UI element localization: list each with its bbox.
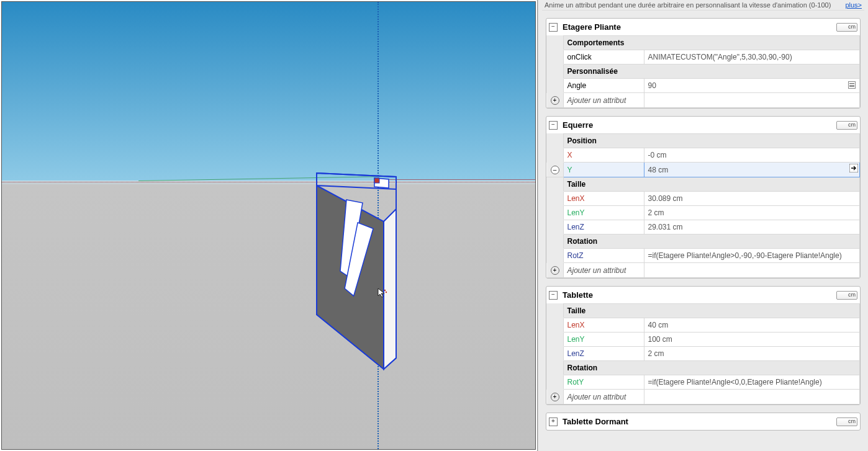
attr-row-leny[interactable]: LenY2 cm xyxy=(547,206,860,220)
section-title: Tablette Dormant xyxy=(563,417,836,426)
attr-row-rotz[interactable]: RotZ=if(Etagere Pliante!Angle>0,-90,-90-… xyxy=(547,249,860,263)
svg-marker-8 xyxy=(378,288,384,297)
attr-key: RotZ xyxy=(563,249,644,263)
section-header-equerre[interactable]: − Equerre cm xyxy=(546,117,860,133)
attr-value[interactable]: =if(Etagere Pliante!Angle>0,-90,-90-Etag… xyxy=(644,249,860,263)
add-attr-label[interactable]: Ajouter un attribut xyxy=(563,263,644,278)
attr-value[interactable]: 90 xyxy=(644,79,860,93)
group-rotation: Rotation xyxy=(563,361,860,375)
section-header-tablette[interactable]: − Tablette cm xyxy=(546,287,860,303)
svg-rect-5 xyxy=(374,178,379,183)
interact-cursor-icon xyxy=(377,287,388,298)
attr-row-lenz[interactable]: LenZ29.031 cm xyxy=(547,220,860,234)
svg-point-9 xyxy=(384,290,386,291)
group-taille: Taille xyxy=(563,304,860,318)
unit-badge[interactable]: cm xyxy=(836,121,857,130)
viewport-canvas[interactable] xyxy=(1,1,536,450)
attr-key: LenY xyxy=(563,206,644,220)
hint-bar: Anime un attribut pendant une durée arbi… xyxy=(542,0,864,11)
attr-key: LenZ xyxy=(563,220,644,234)
add-attr-label[interactable]: Ajouter un attribut xyxy=(563,390,644,404)
section-etagere: − Etagere Pliante cm Comportements onCli… xyxy=(546,18,861,109)
attr-row-angle[interactable]: Angle 90 xyxy=(547,79,860,93)
attr-key: LenX xyxy=(563,318,644,333)
attr-key: Angle xyxy=(563,79,644,93)
hint-text: Anime un attribut pendant une durée arbi… xyxy=(545,1,831,9)
group-personnalisee: Personnalisée xyxy=(563,65,860,79)
attr-value[interactable]: 30.089 cm xyxy=(644,192,860,206)
expand-toggle[interactable]: + xyxy=(549,418,558,426)
add-attr-icon[interactable]: + xyxy=(551,96,559,105)
group-comportements: Comportements xyxy=(563,36,860,50)
section-equerre: − Equerre cm Position X -0 cm – Y 48 cm xyxy=(546,116,861,279)
attr-key: Y xyxy=(563,163,644,177)
attr-row-y-selected[interactable]: – Y 48 cm xyxy=(547,163,860,177)
collapse-toggle[interactable]: − xyxy=(549,291,558,300)
model-etagere[interactable] xyxy=(315,172,402,368)
section-title: Etagere Pliante xyxy=(563,22,836,32)
section-tablette-dormant: + Tablette Dormant cm xyxy=(546,413,861,431)
section-header-tablette-dormant[interactable]: + Tablette Dormant cm xyxy=(546,413,860,430)
attributes-panel[interactable]: Anime un attribut pendant une durée arbi… xyxy=(538,0,868,451)
collapse-toggle[interactable]: − xyxy=(549,121,558,130)
attr-table-tablette: Taille LenX40 cm LenY100 cm LenZ2 cm Rot… xyxy=(546,303,860,404)
section-title: Equerre xyxy=(563,120,836,130)
add-attribute-row[interactable]: + Ajouter un attribut xyxy=(547,263,860,278)
group-taille: Taille xyxy=(563,177,860,192)
viewport-3d[interactable] xyxy=(0,0,538,451)
attr-key: onClick xyxy=(563,50,644,65)
collapse-toggle[interactable]: − xyxy=(549,23,558,32)
attr-value[interactable]: 48 cm xyxy=(644,163,860,177)
svg-point-10 xyxy=(386,292,387,293)
attr-value[interactable]: =if(Etagere Pliante!Angle<0,0,Etagere Pl… xyxy=(644,375,860,390)
goto-arrow-icon[interactable] xyxy=(849,164,858,172)
group-rotation: Rotation xyxy=(563,234,860,249)
unit-badge[interactable]: cm xyxy=(836,418,857,426)
attr-value[interactable]: 2 cm xyxy=(644,347,860,361)
attr-table-equerre: Position X -0 cm – Y 48 cm Taille LenX30… xyxy=(546,133,860,278)
attr-key: LenZ xyxy=(563,347,644,361)
attr-row-x[interactable]: X -0 cm xyxy=(547,148,860,163)
list-icon[interactable] xyxy=(848,81,856,89)
attr-row-leny[interactable]: LenY100 cm xyxy=(547,333,860,347)
add-attribute-row[interactable]: + Ajouter un attribut xyxy=(547,390,860,404)
attr-key: LenX xyxy=(563,192,644,206)
group-position: Position xyxy=(563,134,860,148)
attr-row-lenz[interactable]: LenZ2 cm xyxy=(547,347,860,361)
attr-row-lenx[interactable]: LenX40 cm xyxy=(547,318,860,333)
attr-value[interactable]: 2 cm xyxy=(644,206,860,220)
attr-row-roty[interactable]: RotY=if(Etagere Pliante!Angle<0,0,Etager… xyxy=(547,375,860,390)
unit-badge[interactable]: cm xyxy=(836,291,857,300)
hint-more-link[interactable]: plus> xyxy=(845,1,862,9)
add-attr-label[interactable]: Ajouter un attribut xyxy=(563,93,644,108)
attr-value[interactable]: -0 cm xyxy=(644,148,860,163)
unit-badge[interactable]: cm xyxy=(836,23,857,32)
add-attr-icon[interactable]: + xyxy=(551,266,559,275)
attr-table-etagere: Comportements onClick ANIMATECUSTOM("Ang… xyxy=(546,35,860,108)
attr-value[interactable]: ANIMATECUSTOM("Angle",5,30,30,90,-90) xyxy=(644,50,860,65)
add-attribute-row[interactable]: + Ajouter un attribut xyxy=(547,93,860,108)
attr-key: RotY xyxy=(563,375,644,390)
section-title: Tablette xyxy=(563,290,836,300)
attr-value[interactable]: 100 cm xyxy=(644,333,860,347)
attr-value[interactable]: 40 cm xyxy=(644,318,860,333)
attr-key: X xyxy=(563,148,644,163)
attr-row-onclick[interactable]: onClick ANIMATECUSTOM("Angle",5,30,30,90… xyxy=(547,50,860,65)
add-attr-icon[interactable]: + xyxy=(551,393,559,401)
section-tablette: − Tablette cm Taille LenX40 cm LenY100 c… xyxy=(546,286,861,405)
attr-value[interactable]: 29.031 cm xyxy=(644,220,860,234)
remove-attr-icon[interactable]: – xyxy=(551,166,559,174)
section-header-etagere[interactable]: − Etagere Pliante cm xyxy=(546,19,860,35)
attr-key: LenY xyxy=(563,333,644,347)
horizon-line xyxy=(2,182,535,182)
attr-row-lenx[interactable]: LenX30.089 cm xyxy=(547,192,860,206)
